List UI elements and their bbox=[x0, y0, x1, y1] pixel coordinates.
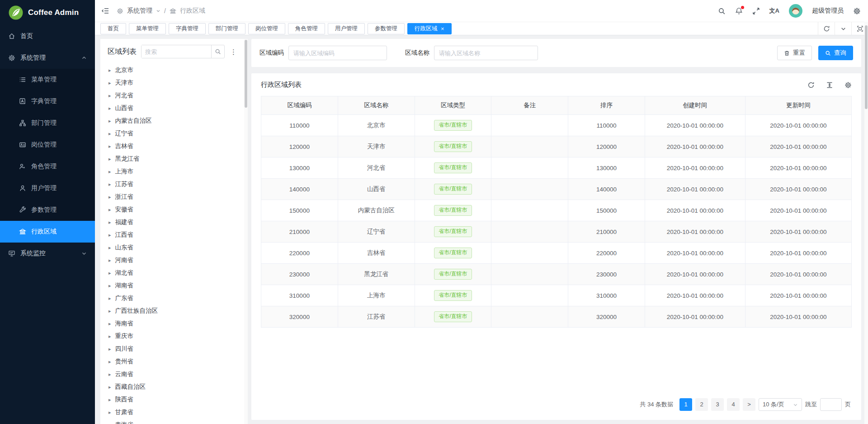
table-row[interactable]: 210000辽宁省省市/直辖市2100002020-10-01 00:00:00… bbox=[261, 221, 852, 243]
caret-right-icon[interactable]: ▸ bbox=[108, 397, 111, 402]
caret-right-icon[interactable]: ▸ bbox=[108, 372, 111, 377]
sidebar-item-menu-mgmt[interactable]: 菜单管理 bbox=[0, 69, 95, 91]
sidebar-item-role-mgmt[interactable]: 角色管理 bbox=[0, 156, 95, 177]
region-name-input[interactable] bbox=[434, 46, 538, 60]
table-row[interactable]: 310000上海市省市/直辖市3100002020-10-01 00:00:00… bbox=[261, 285, 852, 306]
tree-item[interactable]: ▸广东省 bbox=[108, 292, 238, 305]
caret-right-icon[interactable]: ▸ bbox=[108, 233, 111, 238]
page-scrollbar-thumb[interactable] bbox=[865, 25, 868, 109]
tree-item[interactable]: ▸贵州省 bbox=[108, 355, 238, 368]
tree-search-input[interactable] bbox=[142, 45, 211, 58]
caret-right-icon[interactable]: ▸ bbox=[108, 321, 111, 326]
caret-right-icon[interactable]: ▸ bbox=[108, 296, 111, 301]
search-button[interactable]: 查询 bbox=[818, 46, 853, 60]
tree-item[interactable]: ▸广西壮族自治区 bbox=[108, 305, 238, 317]
chevron-down-icon[interactable] bbox=[156, 9, 160, 13]
caret-right-icon[interactable]: ▸ bbox=[108, 195, 111, 200]
region-code-input[interactable] bbox=[288, 46, 387, 60]
tab-param-mgmt[interactable]: 参数管理 bbox=[368, 23, 405, 34]
tree-item[interactable]: ▸甘肃省 bbox=[108, 406, 238, 419]
tree-item[interactable]: ▸江西省 bbox=[108, 229, 238, 241]
settings-gear-icon[interactable] bbox=[853, 7, 861, 15]
tree-item[interactable]: ▸黑龙江省 bbox=[108, 152, 238, 165]
caret-right-icon[interactable]: ▸ bbox=[108, 157, 111, 162]
tree-item[interactable]: ▸云南省 bbox=[108, 368, 238, 381]
table-row[interactable]: 140000山西省省市/直辖市1400002020-10-01 00:00:00… bbox=[261, 179, 852, 200]
next-page-button[interactable]: > bbox=[743, 398, 755, 411]
sidebar-item-home[interactable]: 首页 bbox=[0, 25, 95, 47]
caret-right-icon[interactable]: ▸ bbox=[108, 347, 111, 352]
sidebar-item-region[interactable]: 行政区域 bbox=[0, 221, 95, 243]
page-size-select[interactable]: 10 条/页 bbox=[759, 398, 802, 411]
tree-item[interactable]: ▸上海市 bbox=[108, 165, 238, 178]
caret-right-icon[interactable]: ▸ bbox=[108, 283, 111, 288]
caret-right-icon[interactable]: ▸ bbox=[108, 144, 111, 149]
page-button-2[interactable]: 2 bbox=[695, 398, 708, 411]
caret-right-icon[interactable]: ▸ bbox=[108, 245, 111, 250]
table-row[interactable]: 230000黑龙江省省市/直辖市2300002020-10-01 00:00:0… bbox=[261, 264, 852, 285]
density-icon[interactable] bbox=[826, 81, 833, 89]
tree-item[interactable]: ▸河北省 bbox=[108, 89, 238, 102]
tree-item[interactable]: ▸重庆市 bbox=[108, 330, 238, 343]
tree-item[interactable]: ▸湖南省 bbox=[108, 279, 238, 292]
column-settings-gear-icon[interactable] bbox=[844, 81, 852, 89]
fullscreen-icon[interactable] bbox=[752, 7, 760, 15]
tree-item[interactable]: ▸山西省 bbox=[108, 102, 238, 114]
page-button-4[interactable]: 4 bbox=[727, 398, 740, 411]
tree-item[interactable]: ▸内蒙古自治区 bbox=[108, 114, 238, 127]
tree-item[interactable]: ▸湖北省 bbox=[108, 267, 238, 279]
tree-item[interactable]: ▸北京市 bbox=[108, 64, 238, 76]
tree-item[interactable]: ▸吉林省 bbox=[108, 140, 238, 152]
sidebar-item-user-mgmt[interactable]: 用户管理 bbox=[0, 177, 95, 199]
reset-button[interactable]: 重置 bbox=[777, 46, 812, 60]
sidebar-item-system-mgmt[interactable]: 系统管理 bbox=[0, 47, 95, 69]
caret-right-icon[interactable]: ▸ bbox=[108, 207, 111, 212]
caret-right-icon[interactable]: ▸ bbox=[108, 182, 111, 187]
tree-item[interactable]: ▸海南省 bbox=[108, 317, 238, 330]
sidebar-item-post-mgmt[interactable]: 岗位管理 bbox=[0, 134, 95, 156]
caret-right-icon[interactable]: ▸ bbox=[108, 220, 111, 225]
kebab-menu-icon[interactable]: ⋮ bbox=[229, 48, 238, 55]
tree-item[interactable]: ▸辽宁省 bbox=[108, 127, 238, 140]
sidebar-item-param-mgmt[interactable]: 参数管理 bbox=[0, 199, 95, 221]
caret-right-icon[interactable]: ▸ bbox=[108, 410, 111, 415]
table-row[interactable]: 220000吉林省省市/直辖市2200002020-10-01 00:00:00… bbox=[261, 243, 852, 264]
caret-right-icon[interactable]: ▸ bbox=[108, 169, 111, 174]
sidebar-item-dict-mgmt[interactable]: 字典管理 bbox=[0, 91, 95, 112]
caret-right-icon[interactable]: ▸ bbox=[108, 258, 111, 263]
caret-right-icon[interactable]: ▸ bbox=[108, 81, 111, 86]
refresh-icon[interactable] bbox=[807, 81, 815, 89]
tab-menu-mgmt[interactable]: 菜单管理 bbox=[129, 23, 166, 34]
breadcrumb-root[interactable]: 系统管理 bbox=[127, 7, 152, 15]
translate-icon[interactable]: 文A bbox=[769, 7, 779, 15]
page-button-3[interactable]: 3 bbox=[711, 398, 724, 411]
tab-role-mgmt[interactable]: 角色管理 bbox=[288, 23, 325, 34]
avatar[interactable] bbox=[789, 4, 802, 18]
caret-right-icon[interactable]: ▸ bbox=[108, 68, 111, 73]
tree-item[interactable]: ▸安徽省 bbox=[108, 203, 238, 216]
tab-dict-mgmt[interactable]: 字典管理 bbox=[169, 23, 206, 34]
tree-item[interactable]: ▸山东省 bbox=[108, 241, 238, 254]
tree-scrollbar[interactable] bbox=[244, 39, 248, 424]
tree-item[interactable]: ▸青海省 bbox=[108, 419, 238, 424]
tab-home[interactable]: 首页 bbox=[100, 23, 126, 34]
sidebar-item-monitor[interactable]: 系统监控 bbox=[0, 243, 95, 264]
tree-item[interactable]: ▸江苏省 bbox=[108, 178, 238, 191]
caret-right-icon[interactable]: ▸ bbox=[108, 131, 111, 136]
tree-item[interactable]: ▸福建省 bbox=[108, 216, 238, 229]
tree-item[interactable]: ▸浙江省 bbox=[108, 191, 238, 203]
table-row[interactable]: 110000北京市省市/直辖市1100002020-10-01 00:00:00… bbox=[261, 115, 852, 136]
tree-scrollbar-thumb[interactable] bbox=[245, 40, 247, 108]
caret-right-icon[interactable]: ▸ bbox=[108, 423, 111, 424]
tree-item[interactable]: ▸陕西省 bbox=[108, 393, 238, 406]
tab-dept-mgmt[interactable]: 部门管理 bbox=[208, 23, 245, 34]
table-row[interactable]: 120000天津市省市/直辖市1200002020-10-01 00:00:00… bbox=[261, 136, 852, 157]
chevron-down-icon[interactable] bbox=[835, 22, 851, 35]
tree-item[interactable]: ▸天津市 bbox=[108, 76, 238, 89]
username[interactable]: 超级管理员 bbox=[812, 7, 844, 15]
tab-region-active[interactable]: 行政区域 × bbox=[407, 23, 452, 34]
caret-right-icon[interactable]: ▸ bbox=[108, 385, 111, 390]
table-row[interactable]: 150000内蒙古自治区省市/直辖市1500002020-10-01 00:00… bbox=[261, 200, 852, 221]
search-icon[interactable] bbox=[718, 7, 726, 15]
tree-item[interactable]: ▸河南省 bbox=[108, 254, 238, 267]
